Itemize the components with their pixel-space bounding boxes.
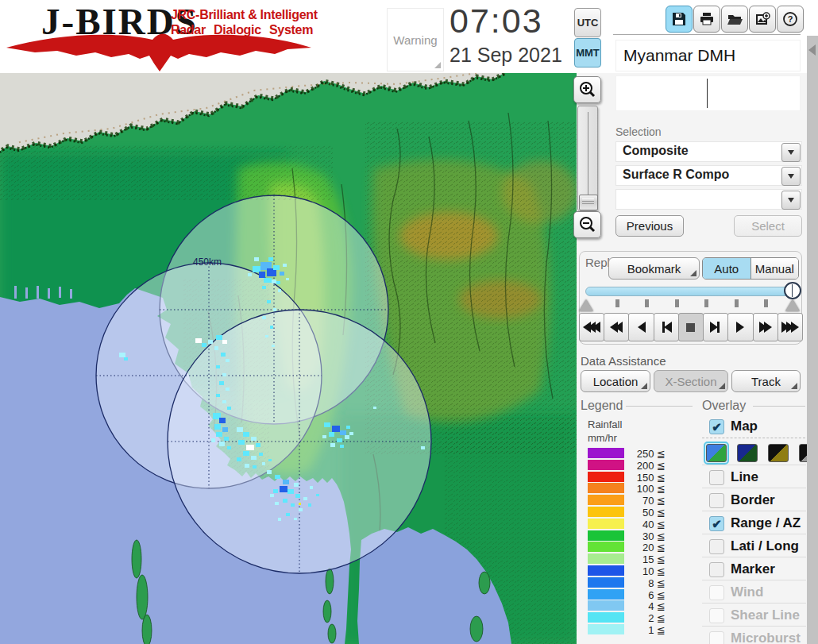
dropdown-arrow-button[interactable] [781, 143, 801, 162]
play-button[interactable] [727, 313, 753, 341]
legend-color-swatch [588, 472, 624, 482]
selection-section-label: Selection [615, 125, 662, 138]
shear-line-checkbox [709, 608, 724, 623]
radar-map-viewport[interactable]: 450km [0, 73, 577, 644]
replay-auto-button[interactable]: Auto [703, 258, 750, 279]
timeline-tick [735, 299, 739, 307]
station-list-box[interactable] [615, 75, 801, 111]
help-button[interactable]: ? [777, 6, 804, 33]
map-checkbox[interactable]: ✔ [709, 419, 724, 434]
add-image-button[interactable] [749, 6, 776, 33]
product-option-dropdown[interactable] [615, 189, 802, 210]
overlay-dashed-separator [702, 438, 805, 438]
play-reverse-button[interactable] [628, 313, 654, 341]
station-name[interactable]: Myanmar DMH [615, 40, 801, 71]
dropdown-arrow-button[interactable] [781, 167, 801, 186]
map-style-swatch [768, 444, 789, 462]
stop-button[interactable] [678, 313, 704, 341]
overlay-row-line: Line [702, 467, 806, 490]
timeline-start-marker[interactable] [579, 299, 593, 311]
product-type-dropdown[interactable]: Surface R Compo [615, 165, 802, 186]
replay-timeline-slider[interactable] [585, 287, 792, 296]
fast-rewind-button[interactable] [604, 313, 629, 341]
legend-color-swatch [588, 460, 624, 470]
zoom-out-icon [578, 215, 597, 234]
overlay-row-border: Border [702, 490, 806, 513]
legend-color-swatch [588, 483, 624, 493]
overlay-item-label: Range / AZ [731, 515, 801, 531]
track-button[interactable]: Track [731, 370, 801, 392]
chevron-down-icon [788, 150, 794, 155]
legend-threshold-label: 4 ≦ [624, 600, 666, 612]
zoom-slider-handle[interactable] [579, 195, 598, 210]
line-checkbox[interactable] [709, 470, 724, 485]
lati-long-checkbox[interactable] [709, 539, 724, 554]
dropdown-arrow-button[interactable] [781, 191, 801, 210]
legend-color-swatch [588, 530, 624, 541]
legend-unit-line1: Rainfall [588, 418, 622, 430]
overlay-item-label: Wind [731, 584, 763, 600]
timezone-mmt-button[interactable]: MMT [574, 38, 601, 67]
step-back-button[interactable] [654, 313, 679, 341]
clock-time: 07:03 [450, 2, 543, 40]
print-button[interactable] [693, 6, 720, 33]
product-type-value: Surface R Compo [623, 168, 729, 182]
overlay-rule [753, 406, 805, 407]
replay-manual-button[interactable]: Manual [750, 258, 799, 279]
map-zoom-slider[interactable] [577, 106, 598, 211]
legend-threshold-label: 6 ≦ [624, 589, 666, 601]
legend-threshold-label: 15 ≦ [624, 553, 666, 565]
border-checkbox[interactable] [709, 493, 724, 508]
overlay-label: Overlay [702, 399, 746, 413]
collapse-arrow-icon [808, 44, 816, 56]
previous-button[interactable]: Previous [615, 215, 684, 237]
warning-button[interactable]: Warning [387, 8, 444, 71]
step-forward-button[interactable] [703, 313, 728, 341]
legend-color-swatch [588, 577, 624, 588]
overlay-separator [702, 465, 806, 465]
select-button[interactable]: Select [734, 215, 802, 237]
map-style-option[interactable] [735, 442, 760, 465]
map-style-option[interactable] [766, 442, 791, 465]
legend-threshold-label: 150 ≦ [624, 472, 666, 484]
radar-map: 450km [0, 73, 577, 644]
marker-checkbox[interactable] [709, 562, 724, 577]
panel-collapse-gutter[interactable] [807, 36, 818, 644]
open-folder-button[interactable] [721, 6, 748, 33]
print-icon [699, 11, 715, 27]
map-zoom-in-button[interactable] [573, 76, 601, 103]
toolbar: ? [666, 6, 804, 33]
jump-start-button[interactable] [579, 313, 604, 341]
legend-label: Legend [581, 399, 623, 413]
fast-forward-button[interactable] [753, 313, 778, 341]
legend-threshold-label: 40 ≦ [624, 519, 666, 530]
overlay-item-label: Line [731, 469, 758, 485]
legend-rule [626, 406, 693, 407]
map-zoom-out-button[interactable] [573, 211, 601, 238]
microburst-checkbox [709, 631, 724, 644]
legend-color-swatch [588, 495, 624, 505]
open-folder-icon [727, 11, 743, 27]
panel-divider [613, 34, 801, 35]
timezone-utc-button[interactable]: UTC [574, 8, 601, 37]
range-az-checkbox[interactable]: ✔ [709, 516, 724, 531]
wind-checkbox [709, 585, 724, 600]
bookmark-button[interactable]: Bookmark [608, 257, 700, 280]
legend-color-swatch [588, 589, 624, 600]
timeline-end-marker[interactable] [785, 299, 800, 311]
timeline-tick [615, 299, 619, 307]
legend-color-swatch [588, 553, 624, 564]
map-style-option[interactable] [704, 442, 729, 465]
overlay-item-label: Map [731, 418, 758, 434]
x-section-button[interactable]: X-Section [654, 370, 728, 392]
map-style-swatch [706, 444, 727, 462]
save-button[interactable] [666, 6, 693, 33]
overlay-item-label: Microburst [731, 631, 801, 644]
overlay-row-lati-long: Lati / Long [702, 536, 806, 559]
replay-slider-handle[interactable] [784, 282, 801, 299]
legend-color-swatch [588, 507, 624, 517]
location-button[interactable]: Location [581, 370, 650, 392]
overlay-row-microburst: Microburst [702, 628, 806, 644]
jump-end-button[interactable] [777, 313, 803, 341]
product-category-dropdown[interactable]: Composite [615, 141, 802, 162]
